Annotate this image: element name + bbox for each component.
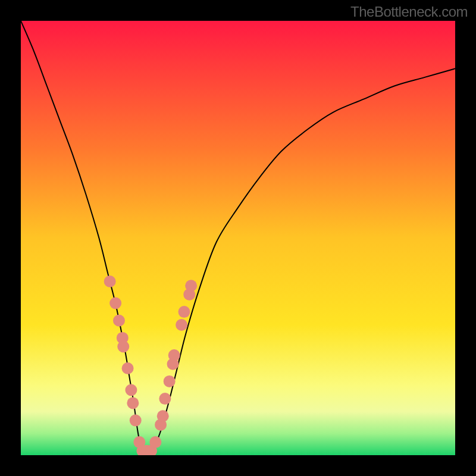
highlight-marker (113, 315, 125, 327)
highlight-marker (185, 280, 197, 292)
chart-plot-area (21, 21, 455, 455)
highlight-marker (164, 375, 176, 387)
gradient-background (21, 21, 455, 455)
highlight-marker (168, 349, 180, 361)
highlight-marker (157, 410, 169, 422)
highlight-marker (178, 306, 190, 318)
chart-svg (21, 21, 455, 455)
highlight-marker (117, 341, 129, 353)
highlight-marker (130, 415, 142, 427)
highlight-marker (104, 275, 116, 287)
chart-frame: TheBottleneck.com (0, 0, 476, 476)
highlight-marker (176, 319, 187, 331)
highlight-marker (149, 436, 161, 448)
watermark-label: TheBottleneck.com (350, 4, 468, 20)
highlight-marker (127, 397, 139, 409)
highlight-marker (159, 393, 171, 405)
highlight-marker (109, 298, 121, 309)
highlight-marker (122, 362, 134, 374)
highlight-marker (125, 384, 137, 396)
